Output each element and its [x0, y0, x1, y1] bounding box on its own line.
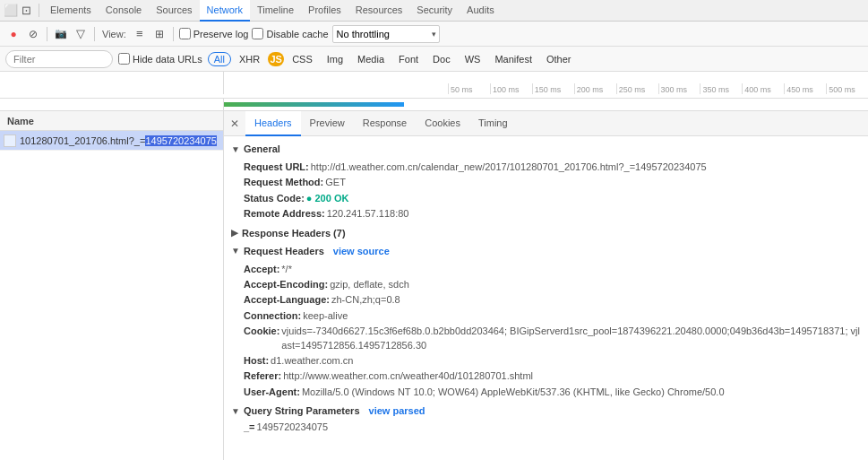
detail-tab-response[interactable]: Response [354, 111, 417, 136]
group-view-button[interactable]: ⊞ [151, 26, 168, 42]
query-param-key: _= [244, 421, 255, 434]
cursor-icon[interactable]: ⬜ [4, 4, 18, 17]
filter-tags-group: All XHR JS CSS Img Media Font Doc WS Man… [208, 52, 578, 66]
filter-tag-other[interactable]: Other [540, 52, 578, 66]
referer-row: Referer: http://www.weather.com.cn/weath… [244, 369, 861, 384]
request-name: 101280701_201706.html?_=1495720234075 [20, 135, 219, 146]
tab-elements[interactable]: Elements [43, 0, 99, 22]
tab-resources[interactable]: Resources [348, 0, 410, 22]
inspect-icon[interactable]: ⊡ [21, 4, 31, 17]
query-string-toggle-icon: ▼ [231, 406, 240, 416]
request-headers-toggle-icon: ▼ [231, 246, 240, 256]
hide-data-urls-label[interactable]: Hide data URLs [118, 53, 202, 65]
request-list: Name 101280701_201706.html?_=14957202340… [0, 111, 224, 460]
query-param-value: 1495720234075 [257, 421, 329, 434]
tick-100ms: 100 ms [490, 83, 532, 94]
tick-300ms: 300 ms [658, 83, 700, 94]
accept-row: Accept: */* [244, 262, 861, 277]
tab-security[interactable]: Security [409, 0, 460, 22]
filter-tag-doc[interactable]: Doc [426, 52, 457, 66]
preserve-log-label[interactable]: Preserve log [179, 28, 249, 39]
cookie-key: Cookie: [244, 325, 279, 338]
filter-tag-xhr[interactable]: XHR [233, 52, 266, 66]
tab-timeline[interactable]: Timeline [250, 0, 301, 22]
tick-200ms: 200 ms [574, 83, 616, 94]
remote-address-row: Remote Address: 120.241.57.118:80 [244, 206, 861, 221]
filter-tag-img[interactable]: Img [321, 52, 349, 66]
request-name-highlight: 1495720234075 [145, 135, 217, 146]
tab-sources[interactable]: Sources [149, 0, 199, 22]
timeline-bar-name-spacer [0, 99, 224, 110]
accept-value: */* [281, 263, 292, 276]
filter-bar: Hide data URLs All XHR JS CSS Img Media … [0, 47, 868, 72]
tick-150ms: 150 ms [532, 83, 574, 94]
timeline-ruler-name-spacer [0, 72, 224, 94]
host-value: d1.weather.com.cn [271, 354, 353, 368]
main-area: Name 101280701_201706.html?_=14957202340… [0, 111, 868, 460]
network-toolbar: ● ⊘ 📷 ▽ View: ≡ ⊞ Preserve log Disable c… [0, 22, 868, 47]
hide-data-urls-checkbox[interactable] [118, 53, 130, 65]
camera-button[interactable]: 📷 [53, 26, 69, 42]
view-label: View: [102, 29, 126, 39]
request-method-value: GET [325, 176, 346, 189]
request-method-key: Request Method: [244, 176, 323, 189]
throttle-select[interactable]: No throttling Offline Slow 3G Fast 3G [332, 25, 440, 43]
detail-panel: ✕ Headers Preview Response Cookies Timin… [224, 111, 868, 460]
list-view-button[interactable]: ≡ [132, 26, 148, 42]
general-section-body: Request URL: http://d1.weather.com.cn/ca… [231, 158, 861, 224]
tab-console[interactable]: Console [99, 0, 149, 22]
tab-audits[interactable]: Audits [460, 0, 502, 22]
accept-encoding-value: gzip, deflate, sdch [330, 278, 409, 291]
detail-tab-headers[interactable]: Headers [245, 111, 301, 136]
disable-cache-checkbox[interactable] [252, 28, 263, 39]
response-headers-section-header[interactable]: ▶ Response Headers (7) [231, 224, 861, 242]
detail-tab-preview[interactable]: Preview [301, 111, 354, 136]
detail-close-button[interactable]: ✕ [228, 117, 242, 131]
detail-content: ▼ General Request URL: http://d1.weather… [224, 136, 868, 460]
request-headers-section-body: Accept: */* Accept-Encoding: gzip, defla… [231, 260, 861, 403]
status-code-row: Status Code: ● 200 OK [244, 191, 861, 206]
host-key: Host: [244, 354, 269, 368]
filter-button[interactable]: ▽ [73, 26, 89, 42]
request-headers-section-header[interactable]: ▼ Request Headers view source [231, 242, 861, 260]
tab-network[interactable]: Network [200, 0, 250, 22]
request-headers-section-label: Request Headers [244, 246, 324, 256]
tick-400ms: 400 ms [742, 83, 784, 94]
filter-tag-ws[interactable]: WS [459, 52, 487, 66]
filter-tag-font[interactable]: Font [392, 52, 425, 66]
tab-profiles[interactable]: Profiles [301, 0, 348, 22]
detail-tabs-bar: ✕ Headers Preview Response Cookies Timin… [224, 111, 868, 136]
filter-tag-js[interactable]: JS [268, 52, 284, 66]
accept-encoding-key: Accept-Encoding: [244, 278, 328, 291]
throttle-select-wrapper[interactable]: No throttling Offline Slow 3G Fast 3G [332, 25, 440, 43]
filter-input[interactable] [5, 50, 113, 68]
detail-tab-cookies[interactable]: Cookies [416, 111, 469, 136]
timeline-ruler: 50 ms 100 ms 150 ms 200 ms 250 ms 300 ms… [0, 72, 868, 99]
timeline-bar [224, 102, 404, 107]
devtools-icons: ⬜ ⊡ [4, 4, 39, 17]
request-list-item[interactable]: 101280701_201706.html?_=1495720234075 [0, 131, 223, 151]
toolbar-sep-2 [94, 27, 95, 41]
general-toggle-icon: ▼ [231, 144, 240, 154]
accept-language-key: Accept-Language: [244, 293, 330, 307]
filter-tag-media[interactable]: Media [351, 52, 391, 66]
filter-tag-css[interactable]: CSS [286, 52, 319, 66]
view-parsed-link[interactable]: view parsed [369, 405, 425, 416]
timeline-ticks: 50 ms 100 ms 150 ms 200 ms 250 ms 300 ms… [448, 83, 868, 94]
filter-tag-manifest[interactable]: Manifest [488, 52, 538, 66]
detail-tab-timing[interactable]: Timing [469, 111, 517, 136]
query-string-section-header[interactable]: ▼ Query String Parameters view parsed [231, 402, 861, 418]
request-url-key: Request URL: [244, 161, 309, 174]
clear-button[interactable]: ⊘ [25, 26, 41, 42]
record-button[interactable]: ● [5, 26, 21, 42]
tick-450ms: 450 ms [784, 83, 826, 94]
disable-cache-label[interactable]: Disable cache [252, 28, 328, 39]
response-headers-section-label: Response Headers (7) [242, 228, 346, 239]
preserve-log-checkbox[interactable] [179, 28, 191, 39]
toolbar-sep-1 [47, 27, 47, 41]
filter-tag-all[interactable]: All [208, 52, 231, 66]
general-section-header[interactable]: ▼ General [231, 140, 861, 158]
view-source-link[interactable]: view source [333, 246, 390, 256]
accept-language-row: Accept-Language: zh-CN,zh;q=0.8 [244, 292, 861, 308]
accept-key: Accept: [244, 263, 279, 276]
